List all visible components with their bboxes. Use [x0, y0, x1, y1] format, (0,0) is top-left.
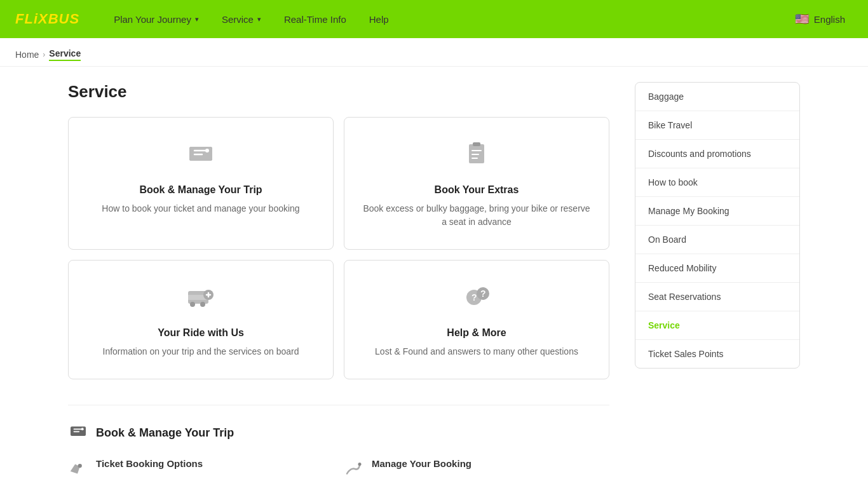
- svg-point-8: [200, 302, 205, 307]
- breadcrumb-current: Service: [49, 48, 81, 61]
- page-body: Home › Service Service Boo: [0, 38, 868, 488]
- bus-plus-icon: [186, 281, 216, 317]
- sidebar-item-reduced-mobility[interactable]: Reduced Mobility: [635, 254, 799, 283]
- sidebar-item-on-board[interactable]: On Board: [635, 226, 799, 254]
- nav-realtime[interactable]: Real-Time Info: [275, 9, 355, 30]
- main-content: Service Book & Manage Your Trip How to b…: [68, 82, 609, 483]
- sidebar-item-how-to-book[interactable]: How to book: [635, 168, 799, 197]
- card-your-ride-title: Your Ride with Us: [158, 327, 244, 339]
- ticket-booking-icon: [68, 459, 87, 483]
- sidebar-item-ticket-sales[interactable]: Ticket Sales Points: [635, 340, 799, 368]
- svg-text:?: ?: [480, 288, 486, 299]
- header: FLiXBUS Plan Your Journey ▾ Service ▾ Re…: [0, 0, 868, 38]
- chevron-down-icon: ▾: [195, 15, 199, 24]
- card-book-manage-desc: How to book your ticket and manage your …: [102, 202, 299, 215]
- help-icon: ? ?: [461, 281, 492, 317]
- card-your-ride[interactable]: Your Ride with Us Information on your tr…: [68, 260, 334, 379]
- svg-point-2: [205, 149, 209, 152]
- bottom-section: Book & Manage Your Trip Ticket Booking O…: [68, 405, 609, 483]
- logo[interactable]: FLiXBUS: [15, 11, 79, 27]
- bottom-section-title: Book & Manage Your Trip: [68, 421, 609, 445]
- card-help-more-desc: Lost & Found and answers to many other q…: [375, 345, 578, 358]
- booking-icon: [68, 421, 88, 445]
- sidebar-item-seat-reservations[interactable]: Seat Reservations: [635, 283, 799, 311]
- bottom-card-manage-booking[interactable]: Manage Your Booking: [344, 458, 609, 483]
- sidebar-nav-box: Baggage Bike Travel Discounts and promot…: [635, 82, 800, 369]
- breadcrumb: Home › Service: [0, 38, 868, 67]
- card-help-more-title: Help & More: [447, 327, 506, 339]
- sidebar-item-discounts[interactable]: Discounts and promotions: [635, 140, 799, 168]
- nav-service[interactable]: Service ▾: [213, 9, 270, 30]
- card-book-manage[interactable]: Book & Manage Your Trip How to book your…: [68, 117, 334, 250]
- manage-booking-icon: [344, 459, 363, 483]
- main-nav: Plan Your Journey ▾ Service ▾ Real-Time …: [105, 9, 787, 30]
- sidebar-item-service[interactable]: Service: [635, 311, 799, 340]
- service-cards-grid: Book & Manage Your Trip How to book your…: [68, 117, 609, 379]
- sidebar-item-bike-travel[interactable]: Bike Travel: [635, 111, 799, 140]
- nav-plan-journey[interactable]: Plan Your Journey ▾: [105, 9, 208, 30]
- sidebar: Baggage Bike Travel Discounts and promot…: [635, 82, 800, 483]
- svg-point-7: [190, 302, 195, 307]
- card-book-extras-desc: Book excess or bulky baggage, bring your…: [360, 202, 593, 229]
- clipboard-icon: [461, 138, 492, 174]
- svg-text:?: ?: [471, 292, 477, 302]
- card-book-manage-title: Book & Manage Your Trip: [139, 184, 262, 196]
- card-book-extras-title: Book Your Extras: [435, 184, 519, 196]
- bottom-card-manage-label: Manage Your Booking: [372, 458, 471, 469]
- sidebar-item-baggage[interactable]: Baggage: [635, 83, 799, 111]
- language-selector[interactable]: 🇺🇸 English: [787, 10, 853, 29]
- ticket-icon: [186, 138, 216, 174]
- bottom-card-ticket-booking[interactable]: Ticket Booking Options: [68, 458, 334, 483]
- nav-help[interactable]: Help: [360, 9, 398, 30]
- card-help-more[interactable]: ? ? Help & More Lost & Found and answers…: [344, 260, 609, 379]
- svg-rect-4: [473, 142, 480, 146]
- sidebar-item-manage-booking[interactable]: Manage My Booking: [635, 197, 799, 226]
- bottom-card-ticket-label: Ticket Booking Options: [96, 458, 203, 469]
- breadcrumb-separator: ›: [43, 50, 45, 59]
- card-your-ride-desc: Information on your trip and the service…: [103, 345, 299, 358]
- content-wrapper: Service Book & Manage Your Trip How to b…: [53, 67, 815, 488]
- flag-icon: 🇺🇸: [795, 14, 810, 24]
- svg-point-15: [81, 428, 84, 430]
- bottom-cards: Ticket Booking Options Manage Your Booki…: [68, 458, 609, 483]
- chevron-down-icon: ▾: [257, 15, 261, 24]
- svg-point-16: [78, 464, 82, 468]
- card-book-extras[interactable]: Book Your Extras Book excess or bulky ba…: [344, 117, 609, 250]
- page-title: Service: [68, 82, 609, 102]
- breadcrumb-home-link[interactable]: Home: [15, 50, 39, 60]
- svg-point-17: [358, 463, 362, 466]
